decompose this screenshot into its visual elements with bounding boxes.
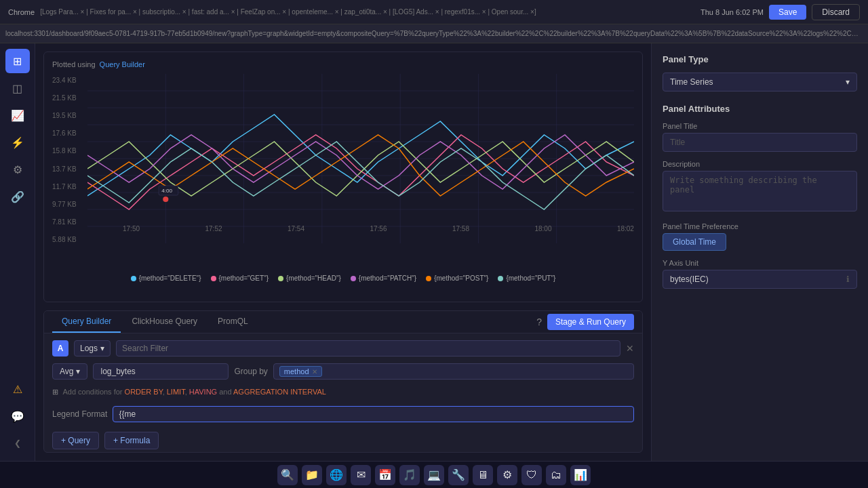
dock-icon-db[interactable]: 🗂 bbox=[546, 465, 566, 485]
content-area: Plotted using Query Builder 23.4 KB 21.5… bbox=[35, 43, 651, 461]
tab-query-builder[interactable]: Query Builder bbox=[52, 311, 121, 333]
limit-link[interactable]: LIMIT bbox=[167, 388, 185, 396]
add-conditions-icon: ⊞ bbox=[52, 388, 58, 396]
having-link[interactable]: HAVING bbox=[189, 388, 217, 396]
field-select[interactable]: log_bytes bbox=[93, 363, 229, 380]
legend-format-input[interactable] bbox=[113, 406, 634, 422]
panel-title-label: Panel Title bbox=[663, 122, 857, 130]
legend-item-post: {method="POST"} bbox=[426, 274, 488, 282]
dock-icon-finder[interactable]: 🔍 bbox=[277, 465, 298, 485]
tab-bar: [Logs Para... × | Fixes for pa... × | su… bbox=[40, 8, 536, 16]
description-textarea[interactable] bbox=[663, 171, 857, 211]
legend-format-label: Legend Format bbox=[52, 409, 107, 419]
x-axis-labels: 17:50 17:52 17:54 17:56 17:58 18:00 18:0… bbox=[123, 225, 634, 232]
legend-format-row: Legend Format bbox=[44, 402, 642, 428]
browser-controls: Chrome [Logs Para... × | Fixes for pa...… bbox=[8, 8, 536, 16]
sidebar-item-alerts[interactable]: ⚡ bbox=[5, 130, 30, 155]
legend-item-put: {method="PUT"} bbox=[498, 274, 555, 282]
top-bar-actions: Thu 8 Jun 6:02 PM Save Discard bbox=[701, 4, 860, 20]
chevron-down-icon: ▾ bbox=[76, 367, 80, 376]
group-by-tags[interactable]: method ✕ bbox=[273, 363, 634, 380]
info-icon: ℹ bbox=[846, 274, 850, 284]
panel-title-input[interactable] bbox=[663, 133, 857, 152]
aggregation-select[interactable]: Avg ▾ bbox=[52, 363, 87, 380]
legend-item-patch: {method="PATCH"} bbox=[351, 274, 416, 282]
dock-icon-code[interactable]: 💻 bbox=[424, 465, 444, 485]
time-pref-label: Panel Time Preference bbox=[663, 222, 857, 230]
tab-promql[interactable]: PromQL bbox=[208, 311, 258, 333]
chart-area: 4:00 17:50 17:52 17:54 17:56 17:58 18:00… bbox=[87, 74, 634, 243]
agg-interval-link[interactable]: AGGREGATION INTERVAL bbox=[233, 388, 326, 396]
group-by-label: Group by bbox=[234, 367, 267, 376]
panel-type-select[interactable]: Time Series ▾ bbox=[663, 73, 857, 92]
sidebar-item-integrations[interactable]: 🔗 bbox=[5, 184, 30, 209]
global-time-button[interactable]: Global Time bbox=[663, 233, 726, 251]
url-bar[interactable]: localhost:3301/dashboard/9f09aec5-0781-4… bbox=[0, 24, 868, 43]
panel-type-title: Panel Type bbox=[663, 54, 857, 64]
dock-icon-music[interactable]: 🎵 bbox=[399, 465, 420, 485]
panel-attributes-title: Panel Attributes bbox=[663, 104, 857, 114]
tab-clickhouse[interactable]: ClickHouse Query bbox=[122, 311, 207, 333]
query-row-2: Avg ▾ log_bytes Group by method ✕ bbox=[44, 363, 642, 386]
stage-run-button[interactable]: Stage & Run Query bbox=[547, 314, 634, 330]
dock-icon-tools[interactable]: 🔧 bbox=[448, 465, 469, 485]
query-row-1: A Logs ▾ ✕ bbox=[44, 333, 642, 363]
dock-icon-mail[interactable]: ✉ bbox=[351, 465, 371, 485]
datasource-select[interactable]: Logs ▾ bbox=[74, 340, 111, 357]
legend-dot-post bbox=[426, 276, 431, 281]
dock-icon-monitor[interactable]: 🖥 bbox=[473, 465, 493, 485]
dock-icon-browser[interactable]: 🌐 bbox=[326, 465, 347, 485]
clear-filter-button[interactable]: ✕ bbox=[626, 343, 634, 354]
sidebar-item-slack[interactable]: 💬 bbox=[5, 404, 30, 428]
sidebar-item-explore[interactable]: ◫ bbox=[5, 76, 30, 100]
save-button[interactable]: Save bbox=[769, 5, 806, 20]
search-filter-input[interactable] bbox=[116, 340, 620, 357]
legend-dot-head bbox=[278, 276, 283, 281]
dock-icon-security[interactable]: 🛡 bbox=[521, 465, 542, 485]
browser-top-bar: Chrome [Logs Para... × | Fixes for pa...… bbox=[0, 0, 868, 24]
query-builder-link[interactable]: Query Builder bbox=[100, 60, 145, 68]
help-icon[interactable]: ? bbox=[536, 317, 542, 327]
legend-dot-get bbox=[211, 276, 216, 281]
description-label: Description bbox=[663, 160, 857, 168]
query-builder-area: Query Builder ClickHouse Query PromQL ? … bbox=[43, 310, 643, 453]
chart-svg: 4:00 bbox=[87, 74, 634, 243]
tag-close-method[interactable]: ✕ bbox=[312, 368, 317, 375]
discard-button[interactable]: Discard bbox=[812, 4, 860, 20]
dock-icon-files[interactable]: 📁 bbox=[302, 465, 322, 485]
add-query-button[interactable]: + Query bbox=[52, 432, 99, 449]
conditions-row: ⊞ Add conditions for ORDER BY, LIMIT, HA… bbox=[44, 386, 642, 402]
sidebar-bottom: ⚠ 💬 ❮ bbox=[5, 377, 30, 455]
sidebar: ⊞ ◫ 📈 ⚡ ⚙ 🔗 ⚠ 💬 ❮ bbox=[0, 43, 35, 461]
legend-item-get: {method="GET"} bbox=[211, 274, 269, 282]
right-panel: Panel Type Time Series ▾ Panel Attribute… bbox=[651, 43, 868, 461]
query-actions-row: + Query + Formula bbox=[44, 428, 642, 453]
group-by-tag-method: method ✕ bbox=[279, 366, 322, 377]
query-tabs: Query Builder ClickHouse Query PromQL ? … bbox=[44, 311, 642, 333]
y-axis-labels: 23.4 KB 21.5 KB 19.5 KB 17.6 KB 15.8 KB … bbox=[52, 74, 77, 243]
main-layout: ⊞ ◫ 📈 ⚡ ⚙ 🔗 ⚠ 💬 ❮ Plotted using Query Bu… bbox=[0, 43, 868, 461]
sidebar-item-warning[interactable]: ⚠ bbox=[5, 377, 30, 401]
query-tab-actions: ? Stage & Run Query bbox=[536, 314, 634, 330]
chevron-down-icon: ▾ bbox=[100, 344, 104, 353]
clock: Thu 8 Jun 6:02 PM bbox=[701, 8, 764, 16]
sidebar-item-chart[interactable]: 📈 bbox=[5, 103, 30, 127]
sidebar-collapse-button[interactable]: ❮ bbox=[5, 431, 30, 455]
order-by-link[interactable]: ORDER BY bbox=[125, 388, 163, 396]
y-axis-unit-select[interactable]: bytes(IEC) ℹ bbox=[663, 270, 857, 289]
sidebar-item-settings[interactable]: ⚙ bbox=[5, 157, 30, 182]
sidebar-item-dashboard[interactable]: ⊞ bbox=[5, 49, 30, 73]
chart-legend: {method="DELETE"} {method="GET"} {method… bbox=[52, 274, 634, 282]
plotted-using-label: Plotted using Query Builder bbox=[52, 60, 634, 68]
add-formula-button[interactable]: + Formula bbox=[104, 432, 159, 449]
dock-icon-settings[interactable]: ⚙ bbox=[497, 465, 517, 485]
dock-icon-calendar[interactable]: 📅 bbox=[375, 465, 395, 485]
y-axis-unit-label: Y Axis Unit bbox=[663, 259, 857, 267]
legend-dot-put bbox=[498, 276, 503, 281]
chevron-down-icon: ▾ bbox=[846, 77, 850, 87]
chart-wrapper: 23.4 KB 21.5 KB 19.5 KB 17.6 KB 15.8 KB … bbox=[52, 74, 634, 270]
dock-icon-stats[interactable]: 📊 bbox=[570, 465, 591, 485]
legend-item-delete: {method="DELETE"} bbox=[131, 274, 201, 282]
url-text: localhost:3301/dashboard/9f09aec5-0781-4… bbox=[5, 30, 863, 37]
browser-name: Chrome bbox=[8, 8, 35, 16]
